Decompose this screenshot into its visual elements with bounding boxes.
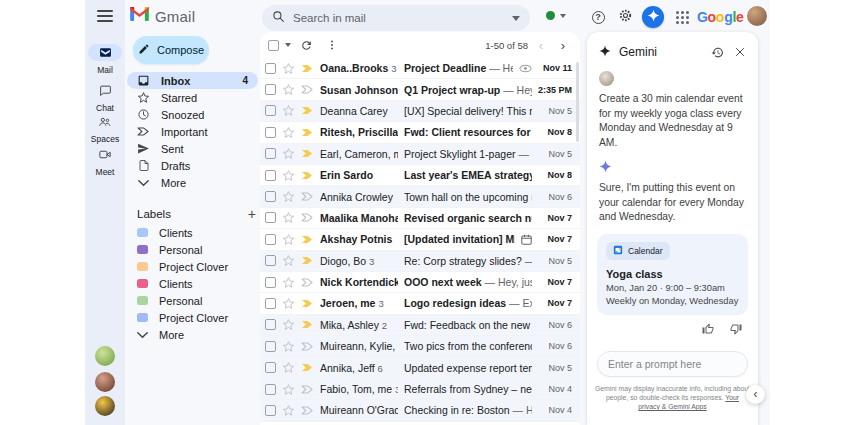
email-row[interactable]: Annika, Jeff 6Updated expense report tem… bbox=[260, 357, 580, 378]
row-checkbox[interactable] bbox=[265, 191, 276, 202]
more-options-button[interactable] bbox=[321, 36, 343, 54]
avatar-green[interactable] bbox=[95, 346, 115, 366]
importance-marker-icon[interactable] bbox=[301, 191, 314, 202]
help-button[interactable]: ? bbox=[588, 7, 608, 27]
star-icon[interactable] bbox=[282, 297, 295, 310]
sidebar-item-snoozed[interactable]: Snoozed bbox=[127, 106, 258, 123]
rail-item-spaces[interactable]: Spaces bbox=[85, 113, 125, 144]
star-icon[interactable] bbox=[282, 104, 295, 117]
sidebar-item-starred[interactable]: Starred bbox=[127, 89, 258, 106]
avatar-yellow[interactable] bbox=[95, 396, 115, 416]
star-icon[interactable] bbox=[282, 276, 295, 289]
row-checkbox[interactable] bbox=[265, 63, 276, 74]
history-icon[interactable] bbox=[711, 46, 724, 59]
importance-marker-icon[interactable] bbox=[301, 362, 314, 373]
rail-item-mail[interactable]: Mail bbox=[85, 44, 125, 75]
email-row[interactable]: Muireann, Kylie, DavidTwo pics from the … bbox=[260, 336, 580, 357]
row-checkbox[interactable] bbox=[265, 105, 276, 116]
settings-button[interactable] bbox=[615, 7, 635, 27]
star-icon[interactable] bbox=[282, 361, 295, 374]
row-checkbox[interactable] bbox=[265, 319, 276, 330]
importance-marker-icon[interactable] bbox=[301, 148, 314, 159]
importance-marker-icon[interactable] bbox=[301, 212, 314, 223]
importance-marker-icon[interactable] bbox=[301, 319, 314, 330]
star-icon[interactable] bbox=[282, 126, 295, 139]
search-icon[interactable] bbox=[272, 9, 285, 27]
sidebar-item-more[interactable]: More bbox=[127, 174, 258, 191]
prompt-input-wrap[interactable] bbox=[597, 351, 748, 377]
label-item-project-clover[interactable]: Project Clover bbox=[127, 309, 258, 326]
row-checkbox[interactable] bbox=[265, 234, 276, 245]
select-all-checkbox[interactable] bbox=[268, 40, 279, 51]
row-checkbox[interactable] bbox=[265, 298, 276, 309]
label-item-personal[interactable]: Personal bbox=[127, 241, 258, 258]
importance-marker-icon[interactable] bbox=[301, 384, 314, 395]
importance-marker-icon[interactable] bbox=[301, 234, 314, 245]
star-icon[interactable] bbox=[282, 404, 295, 417]
label-item-more[interactable]: More bbox=[127, 326, 258, 343]
star-icon[interactable] bbox=[282, 190, 295, 203]
newer-page-button[interactable]: ‹ bbox=[532, 38, 550, 53]
row-checkbox[interactable] bbox=[265, 212, 276, 223]
row-checkbox[interactable] bbox=[265, 127, 276, 138]
compose-button[interactable]: Compose bbox=[133, 36, 209, 64]
label-item-clients[interactable]: Clients bbox=[127, 224, 258, 241]
star-icon[interactable] bbox=[282, 83, 295, 96]
thumbs-down-icon[interactable] bbox=[730, 323, 742, 335]
label-item-project-clover[interactable]: Project Clover bbox=[127, 258, 258, 275]
row-checkbox[interactable] bbox=[265, 362, 276, 373]
row-checkbox[interactable] bbox=[265, 405, 276, 416]
star-icon[interactable] bbox=[282, 383, 295, 396]
importance-marker-icon[interactable] bbox=[301, 277, 314, 288]
search-input[interactable] bbox=[293, 12, 504, 24]
email-row[interactable]: Muireann O'GradyChecking in re: Boston —… bbox=[260, 400, 580, 421]
avatar-brown[interactable] bbox=[95, 372, 115, 392]
importance-marker-icon[interactable] bbox=[301, 298, 314, 309]
importance-marker-icon[interactable] bbox=[301, 105, 314, 116]
email-row[interactable]: Ritesh, Priscilla 2Fwd: Client resources… bbox=[260, 122, 580, 143]
star-icon[interactable] bbox=[282, 318, 295, 331]
search-bar[interactable] bbox=[262, 5, 530, 31]
row-checkbox[interactable] bbox=[265, 84, 276, 95]
importance-marker-icon[interactable] bbox=[301, 63, 314, 74]
prompt-input[interactable] bbox=[608, 358, 737, 370]
email-row[interactable]: Jeroen, me 3Logo redesign ideas — Excell… bbox=[260, 293, 580, 314]
star-icon[interactable] bbox=[282, 233, 295, 246]
row-checkbox[interactable] bbox=[265, 148, 276, 159]
email-row[interactable]: Nick KortendickOOO next week — Hey, just… bbox=[260, 272, 580, 293]
refresh-button[interactable] bbox=[295, 36, 317, 54]
row-checkbox[interactable] bbox=[265, 255, 276, 266]
row-checkbox[interactable] bbox=[265, 384, 276, 395]
email-row[interactable]: Deanna Carey[UX] Special delivery! This … bbox=[260, 101, 580, 122]
label-item-personal[interactable]: Personal bbox=[127, 292, 258, 309]
google-apps-button[interactable] bbox=[672, 7, 692, 27]
close-icon[interactable] bbox=[734, 46, 746, 59]
star-icon[interactable] bbox=[282, 211, 295, 224]
status-selector[interactable] bbox=[546, 11, 566, 20]
select-caret-icon[interactable] bbox=[285, 43, 291, 47]
email-row[interactable]: Diogo, Bo 3Re: Corp strategy slides? — A… bbox=[260, 251, 580, 272]
importance-marker-icon[interactable] bbox=[301, 255, 314, 266]
email-row[interactable]: Mika, Ashley 2Fwd: Feedback on the new s… bbox=[260, 315, 580, 336]
email-row[interactable]: Fabio, Tom, me 3Referrals from Sydney – … bbox=[260, 379, 580, 400]
email-row[interactable]: Maalika ManoharanRevised organic search … bbox=[260, 208, 580, 229]
label-item-clients[interactable]: Clients bbox=[127, 275, 258, 292]
star-icon[interactable] bbox=[282, 169, 295, 182]
email-row[interactable]: Erin SardoLast year's EMEA strategy deck… bbox=[260, 165, 580, 186]
star-icon[interactable] bbox=[282, 254, 295, 267]
star-icon[interactable] bbox=[282, 62, 295, 75]
importance-marker-icon[interactable] bbox=[301, 127, 314, 138]
star-icon[interactable] bbox=[282, 147, 295, 160]
list-scrollbar[interactable] bbox=[576, 62, 579, 142]
search-options-caret-icon[interactable] bbox=[512, 16, 520, 21]
importance-marker-icon[interactable] bbox=[301, 84, 314, 95]
add-label-icon[interactable]: + bbox=[248, 209, 256, 219]
older-page-button[interactable]: › bbox=[554, 38, 572, 53]
thumbs-up-icon[interactable] bbox=[702, 323, 714, 335]
row-checkbox[interactable] bbox=[265, 277, 276, 288]
gemini-button[interactable] bbox=[642, 6, 664, 28]
collapse-panel-button[interactable]: ‹ bbox=[746, 385, 765, 404]
email-row[interactable]: Earl, Cameron, me 4Project Skylight 1-pa… bbox=[260, 144, 580, 165]
main-menu-icon[interactable] bbox=[97, 10, 113, 22]
importance-marker-icon[interactable] bbox=[301, 170, 314, 181]
